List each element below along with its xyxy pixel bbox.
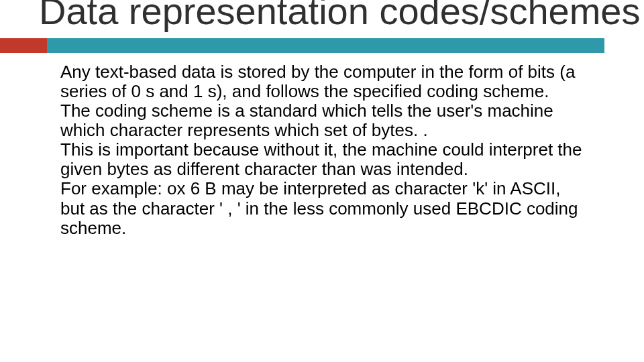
- slide: Data representation codes/schemes Any te…: [0, 0, 644, 354]
- paragraph: The coding scheme is a standard which te…: [60, 101, 584, 140]
- paragraph: This is important because without it, th…: [60, 140, 584, 179]
- slide-title: Data representation codes/schemes: [39, 0, 644, 32]
- divider-teal-segment: [47, 38, 604, 53]
- divider-red-segment: [0, 38, 47, 53]
- body-text: Any text-based data is stored by the com…: [0, 53, 644, 238]
- paragraph: Any text-based data is stored by the com…: [60, 62, 584, 101]
- title-block: Data representation codes/schemes: [0, 0, 644, 32]
- divider-bar: [0, 38, 644, 53]
- paragraph: For example: ox 6 B may be interpreted a…: [60, 179, 584, 237]
